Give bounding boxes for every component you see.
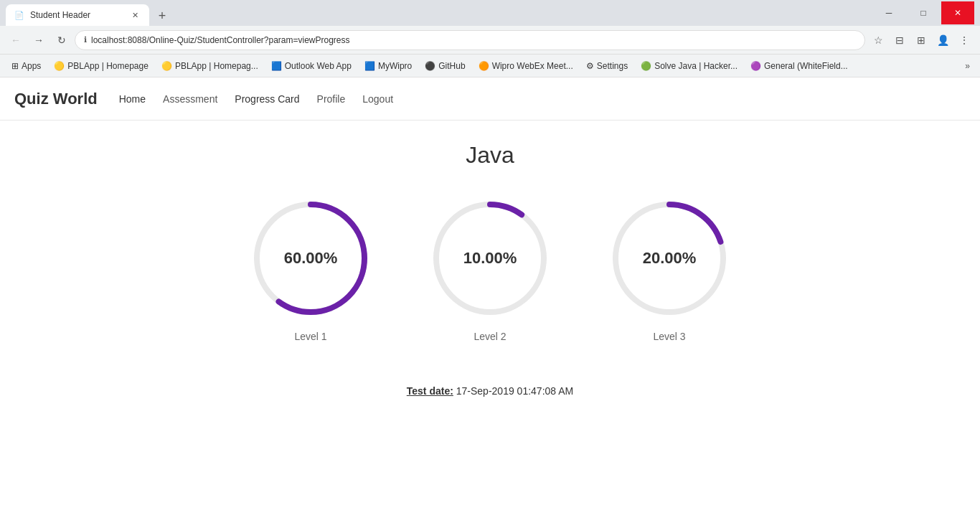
account-button[interactable]: 👤	[933, 30, 953, 50]
windows-button[interactable]: ⊞	[911, 30, 931, 50]
progress-item-level2: 10.00% Level 2	[429, 197, 551, 342]
bookmark-settings-label: Settings	[597, 61, 628, 71]
bookmark-hackerrank[interactable]: 🟢 Solve Java | Hacker...	[635, 59, 743, 73]
settings-icon: ⚙	[586, 61, 594, 71]
level3-label: Level 3	[653, 331, 685, 342]
screenshot-button[interactable]: ⊟	[890, 30, 910, 50]
url-text: localhost:8088/Online-Quiz/StudentContro…	[91, 35, 856, 45]
minimize-button[interactable]: ─	[872, 1, 905, 24]
bookmark-settings[interactable]: ⚙ Settings	[580, 59, 633, 73]
site-navigation: Quiz World Home Assessment Progress Card…	[0, 77, 980, 121]
nav-home[interactable]: Home	[119, 93, 146, 105]
tab-title: Student Header	[30, 10, 90, 20]
tab-bar: 📄 Student Header ✕ +	[6, 0, 172, 26]
bookmarks-bar: ⊞ Apps 🟡 PBLApp | Homepage 🟡 PBLApp | Ho…	[0, 55, 980, 77]
menu-button[interactable]: ⋮	[954, 30, 974, 50]
circle-text-level1: 60.00%	[284, 249, 338, 268]
bookmark-outlook[interactable]: 🟦 Outlook Web App	[265, 59, 357, 73]
nav-progress-card[interactable]: Progress Card	[235, 93, 299, 105]
bookmark-github[interactable]: ⚫ GitHub	[419, 59, 471, 73]
bookmark-pblapp2-label: PBLApp | Homepag...	[175, 61, 258, 71]
window-controls: ─ □ ✕	[872, 1, 974, 24]
nav-logout[interactable]: Logout	[362, 93, 393, 105]
nav-links-list: Home Assessment Progress Card Profile Lo…	[119, 93, 393, 105]
page-content: Quiz World Home Assessment Progress Card…	[0, 77, 980, 501]
address-bar[interactable]: ℹ localhost:8088/Online-Quiz/StudentCont…	[75, 30, 865, 50]
main-content: Java 60.00% Level 1	[0, 121, 980, 418]
lock-icon: ℹ	[84, 35, 87, 44]
bookmark-wipro-webex[interactable]: 🟠 Wipro WebEx Meet...	[473, 59, 579, 73]
circular-chart-level2: 10.00%	[429, 197, 551, 319]
nav-assessment[interactable]: Assessment	[163, 93, 217, 105]
bookmarks-more-button[interactable]: »	[961, 59, 974, 73]
bookmark-webex-label: Wipro WebEx Meet...	[492, 61, 573, 71]
test-date-label: Test date:	[407, 385, 453, 397]
maximize-button[interactable]: □	[907, 1, 940, 24]
bookmark-general-label: General (WhiteField...	[764, 61, 848, 71]
close-button[interactable]: ✕	[941, 1, 974, 24]
bookmark-apps-label: Apps	[22, 61, 41, 71]
bookmark-pblapp2[interactable]: 🟡 PBLApp | Homepag...	[156, 59, 264, 73]
webex-icon: 🟠	[479, 61, 489, 71]
general-icon: 🟣	[750, 61, 761, 71]
title-bar: 📄 Student Header ✕ + ─ □ ✕	[0, 0, 980, 26]
pblapp1-icon: 🟡	[54, 61, 65, 71]
back-button[interactable]: ←	[6, 30, 26, 50]
apps-icon: ⊞	[11, 61, 19, 71]
bookmark-apps[interactable]: ⊞ Apps	[6, 59, 47, 73]
browser-chrome: 📄 Student Header ✕ + ─ □ ✕ ← → ↻ ℹ local…	[0, 0, 980, 77]
level2-label: Level 2	[473, 331, 506, 342]
browser-tab[interactable]: 📄 Student Header ✕	[6, 4, 149, 26]
bookmark-pblapp1[interactable]: 🟡 PBLApp | Homepage	[48, 59, 154, 73]
toolbar-actions: ☆ ⊟ ⊞ 👤 ⋮	[868, 30, 974, 50]
bookmark-mywipro-label: MyWipro	[378, 61, 412, 71]
bookmark-general[interactable]: 🟣 General (WhiteField...	[745, 59, 854, 73]
tab-close-button[interactable]: ✕	[129, 9, 141, 21]
mywipro-icon: 🟦	[364, 61, 375, 71]
refresh-button[interactable]: ↻	[52, 30, 72, 50]
forward-button[interactable]: →	[29, 30, 49, 50]
bookmark-hackerrank-label: Solve Java | Hacker...	[654, 61, 738, 71]
progress-container: 60.00% Level 1 10.00% Level 2	[250, 197, 730, 342]
new-tab-button[interactable]: +	[152, 6, 172, 26]
outlook-icon: 🟦	[271, 61, 282, 71]
bookmark-star-button[interactable]: ☆	[868, 30, 888, 50]
test-date: Test date: 17-Sep-2019 01:47:08 AM	[407, 385, 573, 397]
hackerrank-icon: 🟢	[641, 61, 651, 71]
bookmark-outlook-label: Outlook Web App	[285, 61, 352, 71]
bookmark-github-label: GitHub	[438, 61, 465, 71]
circular-chart-level3: 20.00%	[608, 197, 730, 319]
nav-profile[interactable]: Profile	[317, 93, 346, 105]
tab-page-icon: 📄	[14, 11, 24, 20]
bookmark-pblapp1-label: PBLApp | Homepage	[67, 61, 149, 71]
pblapp2-icon: 🟡	[161, 61, 172, 71]
level1-label: Level 1	[294, 331, 326, 342]
site-logo[interactable]: Quiz World	[14, 90, 98, 108]
progress-item-level1: 60.00% Level 1	[250, 197, 372, 342]
bookmark-mywipro[interactable]: 🟦 MyWipro	[359, 59, 418, 73]
github-icon: ⚫	[425, 61, 435, 71]
progress-item-level3: 20.00% Level 3	[608, 197, 730, 342]
toolbar: ← → ↻ ℹ localhost:8088/Online-Quiz/Stude…	[0, 26, 980, 55]
circular-chart-level1: 60.00%	[250, 197, 372, 319]
test-date-value: 17-Sep-2019 01:47:08 AM	[456, 385, 573, 397]
circle-text-level2: 10.00%	[463, 249, 517, 268]
circle-text-level3: 20.00%	[643, 249, 697, 268]
page-title: Java	[466, 142, 514, 169]
